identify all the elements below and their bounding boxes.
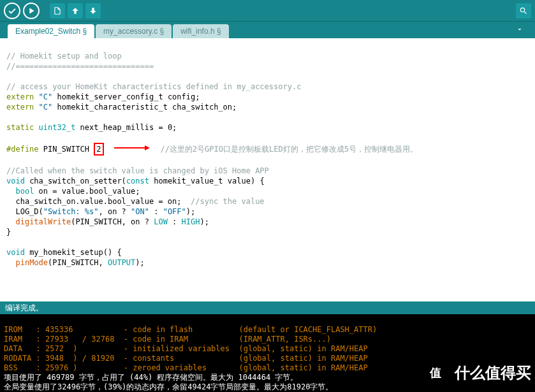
code-text: : (168, 217, 182, 226)
define-keyword: #define (6, 145, 39, 154)
string: "OFF" (163, 207, 186, 216)
constant: HIGH (182, 217, 200, 226)
console-line: BSS : 25976 ) - zeroed variables (global… (4, 363, 368, 372)
code-text: (PIN_SWITCH, (48, 258, 108, 267)
keyword: void (6, 248, 25, 257)
code-text: on = value.bool_value; (34, 187, 140, 196)
string: "C" (39, 92, 53, 101)
watermark: 值 什么值得买 (420, 358, 531, 388)
watermark-text: 什么值得买 (455, 363, 531, 383)
console-line: IROM : 435336 - code in flash (default o… (4, 325, 377, 334)
verify-button[interactable] (4, 3, 20, 19)
tab-bar: Example02_Switch § my_accessory.c § wifi… (0, 22, 535, 38)
code-text: my_homekit_setup() { (25, 248, 122, 257)
code-editor[interactable]: // Homekit setup and loop //============… (0, 38, 535, 301)
string: "Switch: %s" (43, 207, 99, 216)
constant: LOW (154, 217, 168, 226)
comment-line: // Homekit setup and loop (6, 52, 122, 61)
code-text: : (149, 207, 163, 216)
highlighted-value: 2 (94, 143, 103, 156)
code-text: homekit_server_config_t config; (52, 92, 200, 101)
comment-line: //============================== (6, 62, 154, 71)
arrow-annotation (113, 144, 151, 152)
code-text: ); (200, 217, 209, 226)
tab-wifi-info[interactable]: wifi_info.h § (173, 24, 228, 38)
constant: OUTPUT (108, 258, 135, 267)
new-file-button[interactable] (50, 3, 65, 18)
watermark-logo: 值 (420, 358, 451, 388)
function: pinMode (15, 258, 48, 267)
code-text: ); (186, 207, 195, 216)
code-text: homekit_characteristic_t cha_switch_on; (52, 103, 237, 112)
code-text: homekit_value_t value) { (149, 177, 265, 185)
code-text: ); (135, 258, 144, 267)
console-line: 项目使用了 469789 字节，占用了 (44%) 程序存储空间。最大为 104… (4, 373, 298, 382)
svg-marker-1 (145, 145, 150, 150)
code-text: LOG_D( (6, 207, 43, 216)
tab-menu-button[interactable] (512, 22, 527, 38)
code-text: cha_switch_on_setter( (25, 177, 126, 185)
keyword: static (6, 123, 34, 132)
tab-main-sketch[interactable]: Example02_Switch § (8, 24, 94, 38)
code-text: next_heap_millis = 0; (75, 123, 177, 132)
annotation-comment: //这里的2号GPIO口是控制板载LED灯的，把它修改成5号，控制继电器用。 (160, 145, 417, 154)
function: digitalWrite (15, 217, 71, 226)
upload-button[interactable] (23, 3, 40, 19)
save-button[interactable] (85, 3, 101, 18)
code-text: } (6, 228, 11, 236)
open-file-button[interactable] (68, 3, 83, 18)
console-line: IRAM : 27933 / 32768 - code in IRAM (IRA… (4, 335, 331, 344)
status-bar: 编译完成。 (0, 301, 535, 314)
code-text: , on ? (99, 207, 131, 216)
console-line: DATA : 2572 ) - initialized variables (g… (4, 344, 368, 353)
string: "ON" (131, 207, 149, 216)
keyword: extern (6, 103, 34, 112)
keyword: const (126, 177, 149, 185)
tab-accessory[interactable]: my_accessory.c § (96, 24, 172, 38)
status-text: 编译完成。 (5, 303, 43, 314)
string: "C" (39, 103, 53, 112)
toolbar (0, 0, 535, 22)
keyword: void (6, 177, 25, 185)
code-text: (PIN_SWITCH, on ? (71, 217, 154, 226)
type: uint32_t (39, 123, 76, 132)
comment: //sync the value (191, 197, 265, 206)
keyword: extern (6, 92, 34, 101)
console-line: 全局变量使用了32496字节，(39%)的动态内存，余留49424字节局部变量。… (4, 382, 333, 391)
serial-monitor-button[interactable] (516, 3, 531, 18)
code-text: cha_switch_on.value.bool_value = on; (6, 197, 191, 206)
code-text: PIN_SWITCH (39, 145, 94, 154)
console-line: RODATA : 3948 ) / 81920 - constants (glo… (4, 354, 368, 363)
comment-line: // access your HomeKit characteristics d… (6, 82, 301, 91)
comment-line: //Called when the switch value is change… (6, 166, 269, 175)
type: bool (15, 187, 34, 196)
